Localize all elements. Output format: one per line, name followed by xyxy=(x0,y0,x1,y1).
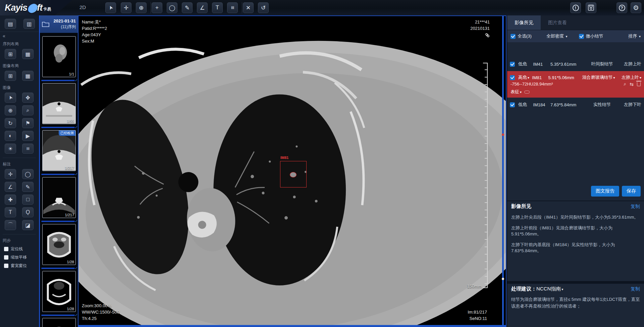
save-button[interactable]: 保存 xyxy=(622,186,641,197)
window-level-tool-button[interactable]: ≡ xyxy=(227,2,238,13)
series-layout-grid-button[interactable]: ▦ xyxy=(22,49,34,59)
help-button[interactable]: ? xyxy=(616,2,627,13)
nodule-annotation-box[interactable] xyxy=(280,161,307,187)
nodule-checkbox[interactable] xyxy=(510,75,515,80)
nodule-checkbox[interactable] xyxy=(510,62,515,67)
nodule-checkbox[interactable] xyxy=(510,102,515,107)
grid-2x2-icon: ⊞ xyxy=(8,51,12,57)
delete-nodule-icon[interactable] xyxy=(637,82,641,86)
series-thumbnail[interactable]: 1/1 xyxy=(42,36,76,77)
cine-play-button[interactable]: ▶ xyxy=(22,131,34,141)
nodule-row-selected[interactable]: 高危▾ IM81 5.91*5.06mm 混合磨玻璃结节▾ 左肺上叶▾ -756… xyxy=(507,71,644,98)
series-thumbnail[interactable] xyxy=(42,318,76,327)
tab-image-findings[interactable]: 影像所见 xyxy=(507,15,541,30)
brightness-button[interactable]: ☀ xyxy=(5,144,16,154)
check-icon: ✓ xyxy=(75,78,78,83)
link-icon[interactable] xyxy=(485,33,490,38)
sync-window-option[interactable]: 窗宽窗位 xyxy=(0,262,39,270)
nodule-location-dropdown[interactable]: 左肺上叶▾ xyxy=(619,74,641,80)
sort-dropdown[interactable]: 排序 ▾ xyxy=(628,33,641,39)
collapse-sidebar-button[interactable]: « xyxy=(0,32,39,39)
sync-localizer-option[interactable]: 定位线 xyxy=(0,245,39,253)
horizontal-scrollbar[interactable] xyxy=(78,325,506,326)
annotate-angle-button[interactable]: ∠ xyxy=(5,182,16,192)
density-filter-dropdown[interactable]: 全部密度 ▾ xyxy=(546,33,568,39)
nodule-row[interactable]: 低危 IM41 5.35*3.61mm 叶间裂结节 左肺上叶 xyxy=(507,58,644,70)
series-thumbnail[interactable]: 1/28 xyxy=(42,271,76,312)
study-header[interactable]: 2021-01-31 (11)序列 xyxy=(40,15,78,33)
save-study-button[interactable] xyxy=(586,2,596,13)
crosshair-tool-button[interactable]: + xyxy=(152,2,162,13)
nodule-risk-dropdown[interactable]: 高危▾ xyxy=(518,74,532,80)
checkbox-unchecked[interactable] xyxy=(4,255,8,260)
report-form-button[interactable]: ▥ xyxy=(23,19,35,29)
compare-icon[interactable]: ⇆ xyxy=(630,81,634,87)
series-thumbnail[interactable]: 1/55 xyxy=(42,83,76,124)
annotate-arch-button[interactable]: ⌒ xyxy=(5,220,16,230)
annotate-rect-button[interactable]: □ xyxy=(22,195,34,205)
worklist-button[interactable]: ▤ xyxy=(5,19,16,29)
pan-tool-button[interactable]: ✥ xyxy=(22,93,34,103)
sync-zoom-pan-option[interactable]: 缩放平移 xyxy=(0,253,39,262)
scrollbar-nodule-marker[interactable] xyxy=(502,133,504,136)
nodule-type-dropdown[interactable]: 混合磨玻璃结节▾ xyxy=(578,74,619,80)
guideline-dropdown[interactable]: NCCN指南▾ xyxy=(536,286,563,292)
report-button[interactable]: 图文报告 xyxy=(591,186,619,197)
copy-findings-link[interactable]: 复制 xyxy=(631,204,640,210)
ct-skull-image xyxy=(43,271,75,312)
angle-tool-button[interactable]: ∠ xyxy=(197,2,208,13)
select-tool-button[interactable]: ➤ xyxy=(105,2,116,13)
series-thumbnail[interactable]: 1/28 xyxy=(42,224,76,265)
panel-divider xyxy=(507,281,644,284)
series-layout-2x2-button[interactable]: ⊞ xyxy=(5,49,16,59)
tab-image-view[interactable]: 图片查看 xyxy=(541,15,574,30)
feature-toggle[interactable] xyxy=(524,91,530,94)
magnify-button[interactable]: ⌕ xyxy=(22,105,34,115)
nodule-list: 低危 IM41 5.35*3.61mm 叶间裂结节 左肺上叶 高危▾ IM81 … xyxy=(507,58,644,111)
zoom-level: Zoom:300.00% xyxy=(82,303,119,309)
locate-nodule-icon[interactable]: ⌕ xyxy=(624,81,626,87)
patient-sex: Sex:M xyxy=(82,38,107,44)
checkbox-unchecked[interactable] xyxy=(4,247,8,251)
feature-dropdown[interactable]: 表征▾ xyxy=(511,89,522,95)
image-layout-grid-button[interactable]: ▦ xyxy=(22,71,34,81)
image-layout-2x2-button[interactable]: ⊞ xyxy=(5,71,16,81)
text-tool-button[interactable]: T xyxy=(212,2,223,13)
nodule-row[interactable]: 低危 IM184 7.63*5.84mm 实性结节 左肺下叶 xyxy=(507,98,644,111)
copy-suggestion-link[interactable]: 复制 xyxy=(631,286,640,292)
flag-button[interactable]: ⚑ xyxy=(22,118,34,128)
series-thumbnail-active[interactable]: 已经检测 1/217 xyxy=(42,130,76,171)
left-tool-sidebar: ▤ ▥ « 序列布局 ⊞ ▦ 图像布局 ⊞ ▦ 图像 ➤ ✥ ⊕ ⌕ ↻ ⚑ ◐… xyxy=(0,15,39,327)
micro-nodule-checkbox[interactable] xyxy=(579,34,584,39)
measure-tool-button[interactable]: ✎ xyxy=(182,2,193,13)
ellipse-tool-button[interactable]: ◯ xyxy=(167,2,177,13)
settings-button[interactable]: ⚙ xyxy=(631,2,641,13)
rotate-button[interactable]: ↻ xyxy=(5,118,16,128)
ct-viewport[interactable]: IM81 Name:吴* Patid:R*****2 Age:043Y Sex:… xyxy=(78,15,506,327)
annotate-move-button[interactable]: ✛ xyxy=(5,169,16,179)
zoom-in-button[interactable]: ⊕ xyxy=(5,105,16,115)
select-tool-button[interactable]: ➤ xyxy=(5,93,16,103)
pan-tool-button[interactable]: ✛ xyxy=(121,2,131,13)
checkbox-unchecked[interactable] xyxy=(4,264,8,268)
alert-button[interactable]: ! xyxy=(570,2,581,13)
ct-brain-image xyxy=(43,224,75,265)
select-all-checkbox[interactable] xyxy=(511,34,516,39)
scrollbar-position-marker[interactable] xyxy=(502,278,504,280)
check-icon: ✓ xyxy=(75,125,78,129)
delete-annotation-button[interactable]: ✕ xyxy=(243,2,254,13)
ct-neck-image xyxy=(43,84,75,124)
annotate-lasso-button[interactable]: Ǫ xyxy=(22,207,34,217)
annotate-cross-button[interactable]: ✚ xyxy=(5,195,16,205)
annotate-text-button[interactable]: T xyxy=(5,207,16,217)
series-thumbnail[interactable]: 1/217 xyxy=(42,177,76,218)
reset-view-button[interactable]: ↺ xyxy=(258,2,269,13)
annotate-ruler-button[interactable]: ✎ xyxy=(22,182,34,192)
annotate-eraser-button[interactable]: ◪ xyxy=(22,220,34,230)
invert-button[interactable]: ◐ xyxy=(5,131,16,141)
series-separator xyxy=(41,174,75,175)
window-level-button[interactable]: ≡ xyxy=(22,144,34,154)
zoom-tool-button[interactable]: ⊕ xyxy=(136,2,147,13)
annotate-ellipse-button[interactable]: ◯ xyxy=(22,169,34,179)
finding-text: 左肺上叶尖后段（IM41）见叶间裂结节影，大小为5.35*3.61mm。 xyxy=(511,214,640,220)
